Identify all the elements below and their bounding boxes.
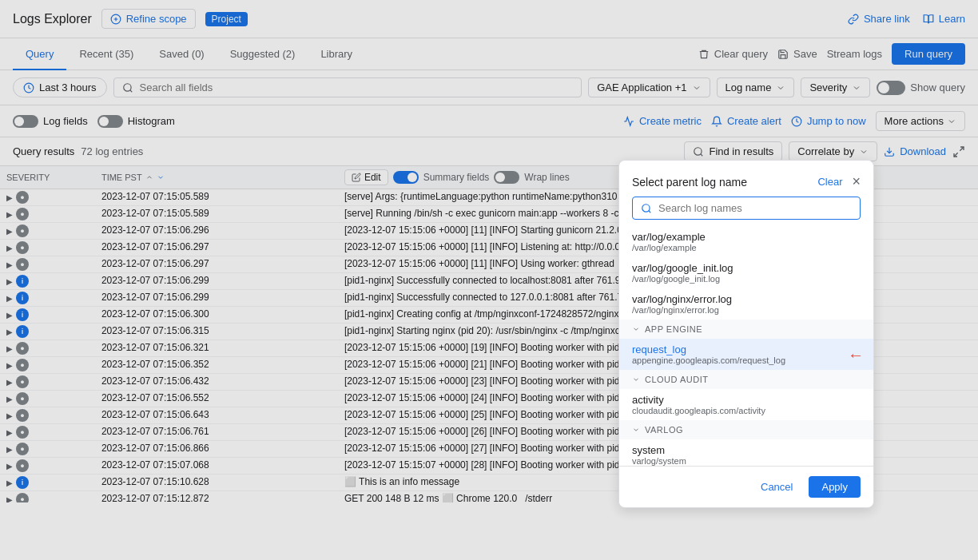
apply-button[interactable]: Apply — [809, 476, 861, 498]
section-collapse-icon-3 — [632, 426, 640, 434]
svg-line-11 — [649, 210, 651, 212]
popup-search-box[interactable] — [632, 197, 861, 220]
clear-button[interactable]: Clear — [817, 176, 842, 188]
popup-item-system[interactable]: system varlog/system — [619, 439, 873, 466]
popup-header: Select parent log name Clear × — [619, 161, 873, 197]
section-collapse-icon-2 — [632, 375, 640, 383]
arrow-indicator: ← — [848, 345, 864, 363]
popup-footer: Cancel Apply — [619, 466, 873, 502]
popup-section-varlog[interactable]: VARLOG — [619, 420, 873, 439]
svg-point-10 — [642, 204, 650, 211]
popup-item-nginx-error-log[interactable]: var/log/nginx/error.log /var/log/nginx/e… — [619, 288, 873, 320]
popup-item-request-log[interactable]: request_log appengine.googleapis.com/req… — [619, 339, 873, 370]
select-log-name-popup: Select parent log name Clear × var/log/e… — [618, 160, 874, 502]
cancel-button[interactable]: Cancel — [751, 476, 802, 498]
popup-item-activity[interactable]: activity cloudaudit.googleapis.com/activ… — [619, 389, 873, 420]
popup-section-app-engine[interactable]: APP ENGINE — [619, 320, 873, 339]
popup-section-cloud-audit[interactable]: CLOUD AUDIT — [619, 370, 873, 389]
popup-search-icon — [641, 203, 652, 214]
close-popup-button[interactable]: × — [852, 173, 861, 190]
popup-list: var/log/example /var/log/example var/log… — [619, 226, 873, 466]
section-collapse-icon — [632, 325, 640, 333]
popup-item-google-init-log[interactable]: var/log/google_init.log /var/log/google_… — [619, 257, 873, 288]
popup-search-input[interactable] — [658, 202, 852, 214]
popup-item-var-log-example[interactable]: var/log/example /var/log/example — [619, 226, 873, 257]
popup-title: Select parent log name — [632, 176, 747, 189]
